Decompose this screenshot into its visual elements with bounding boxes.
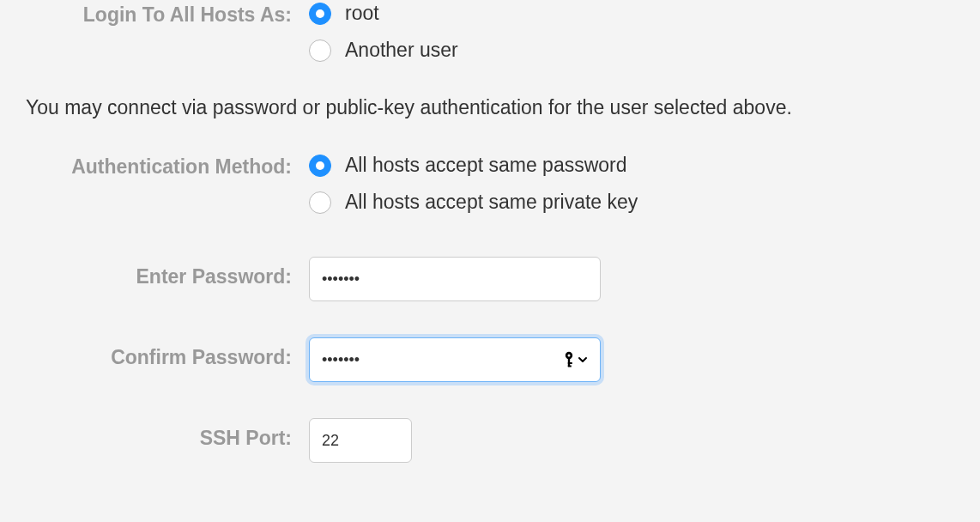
key-icon: [563, 351, 575, 368]
ssh-port-control: [309, 418, 980, 463]
enter-password-control: [309, 257, 980, 301]
svg-rect-4: [568, 366, 572, 367]
ssh-port-row: SSH Port:: [0, 418, 980, 463]
radio-icon: [309, 3, 331, 25]
radio-option-another-user[interactable]: Another user: [309, 39, 980, 62]
ssh-port-input[interactable]: [309, 418, 412, 463]
confirm-password-input[interactable]: [309, 337, 601, 382]
confirm-password-row: Confirm Password:: [0, 337, 980, 382]
radio-option-same-private-key[interactable]: All hosts accept same private key: [309, 191, 980, 214]
auth-helper-text: You may connect via password or public-k…: [26, 96, 980, 119]
auth-method-label: Authentication Method:: [0, 154, 309, 179]
svg-rect-3: [568, 362, 572, 364]
login-user-options: root Another user: [309, 2, 980, 62]
radio-icon: [309, 155, 331, 177]
radio-label: Another user: [345, 39, 458, 62]
confirm-password-wrapper: [309, 337, 601, 382]
radio-icon: [309, 191, 331, 214]
ssh-port-label: SSH Port:: [0, 418, 309, 450]
radio-option-same-password[interactable]: All hosts accept same password: [309, 154, 980, 177]
auth-method-options: All hosts accept same password All hosts…: [309, 154, 980, 214]
radio-icon: [309, 39, 331, 62]
svg-point-1: [568, 355, 571, 357]
radio-label: All hosts accept same password: [345, 154, 627, 177]
password-key-dropdown[interactable]: [563, 351, 589, 368]
auth-method-row: Authentication Method: All hosts accept …: [0, 154, 980, 214]
radio-label: root: [345, 2, 379, 25]
enter-password-row: Enter Password:: [0, 257, 980, 301]
radio-label: All hosts accept same private key: [345, 191, 638, 214]
login-user-row: Login To All Hosts As: root Another user: [0, 0, 980, 62]
login-user-label: Login To All Hosts As:: [0, 2, 309, 27]
chevron-down-icon: [577, 354, 589, 366]
enter-password-label: Enter Password:: [0, 257, 309, 288]
confirm-password-label: Confirm Password:: [0, 337, 309, 369]
enter-password-input[interactable]: [309, 257, 601, 301]
radio-option-root[interactable]: root: [309, 2, 980, 25]
confirm-password-control: [309, 337, 980, 382]
